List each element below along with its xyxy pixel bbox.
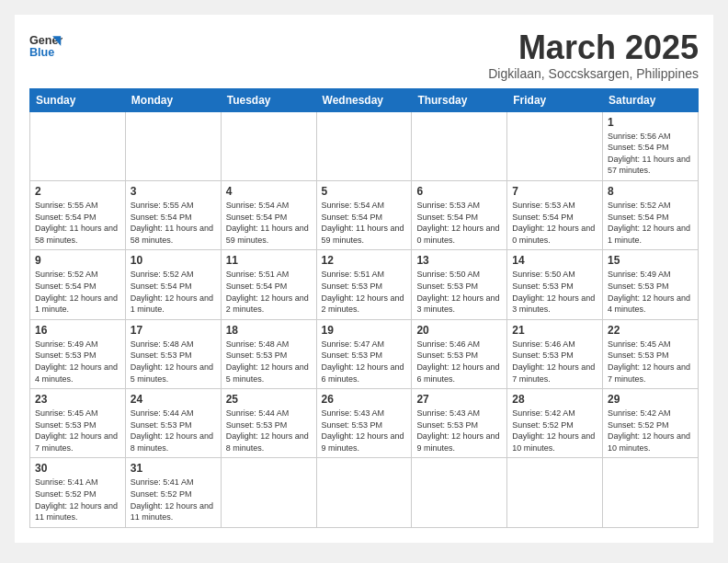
day-info: Sunrise: 5:48 AM Sunset: 5:53 PM Dayligh… xyxy=(226,339,312,385)
calendar-title: March 2025 xyxy=(488,29,699,66)
table-row: 5 Sunrise: 5:54 AM Sunset: 5:54 PM Dayli… xyxy=(316,180,412,249)
table-row xyxy=(221,458,316,527)
page: General Blue March 2025 Digkilaan, Soccs… xyxy=(15,15,713,543)
page-header: General Blue March 2025 Digkilaan, Soccs… xyxy=(29,29,699,81)
svg-text:Blue: Blue xyxy=(29,46,54,59)
table-row: 2 Sunrise: 5:55 AM Sunset: 5:54 PM Dayli… xyxy=(30,180,126,249)
day-info: Sunrise: 5:54 AM Sunset: 5:54 PM Dayligh… xyxy=(322,200,407,246)
day-info: Sunrise: 5:51 AM Sunset: 5:53 PM Dayligh… xyxy=(322,269,407,315)
day-number: 12 xyxy=(322,254,407,267)
day-number: 11 xyxy=(226,254,312,267)
day-number: 22 xyxy=(608,324,693,337)
day-info: Sunrise: 5:45 AM Sunset: 5:53 PM Dayligh… xyxy=(35,408,120,454)
day-info: Sunrise: 5:54 AM Sunset: 5:54 PM Dayligh… xyxy=(226,200,312,246)
day-info: Sunrise: 5:43 AM Sunset: 5:53 PM Dayligh… xyxy=(322,408,407,454)
day-info: Sunrise: 5:49 AM Sunset: 5:53 PM Dayligh… xyxy=(608,269,693,315)
table-row: 24 Sunrise: 5:44 AM Sunset: 5:53 PM Dayl… xyxy=(125,389,221,458)
day-info: Sunrise: 5:41 AM Sunset: 5:52 PM Dayligh… xyxy=(35,477,120,523)
day-number: 1 xyxy=(608,116,693,129)
table-row: 15 Sunrise: 5:49 AM Sunset: 5:53 PM Dayl… xyxy=(603,250,699,319)
header-sunday: Sunday xyxy=(30,88,126,111)
day-number: 17 xyxy=(131,324,216,337)
day-number: 27 xyxy=(416,393,502,406)
day-number: 21 xyxy=(512,324,597,337)
day-number: 20 xyxy=(416,324,502,337)
day-info: Sunrise: 5:44 AM Sunset: 5:53 PM Dayligh… xyxy=(131,408,216,454)
day-info: Sunrise: 5:55 AM Sunset: 5:54 PM Dayligh… xyxy=(131,200,216,246)
day-number: 5 xyxy=(322,185,407,198)
table-row xyxy=(507,111,603,180)
day-info: Sunrise: 5:51 AM Sunset: 5:54 PM Dayligh… xyxy=(226,269,312,315)
day-number: 4 xyxy=(226,185,312,198)
table-row: 13 Sunrise: 5:50 AM Sunset: 5:53 PM Dayl… xyxy=(412,250,507,319)
day-info: Sunrise: 5:44 AM Sunset: 5:53 PM Dayligh… xyxy=(226,408,312,454)
title-block: March 2025 Digkilaan, Soccsksargen, Phil… xyxy=(488,29,699,81)
table-row: 14 Sunrise: 5:50 AM Sunset: 5:53 PM Dayl… xyxy=(507,250,603,319)
table-row xyxy=(221,111,316,180)
day-info: Sunrise: 5:50 AM Sunset: 5:53 PM Dayligh… xyxy=(512,269,597,315)
calendar-subtitle: Digkilaan, Soccsksargen, Philippines xyxy=(488,66,699,81)
day-info: Sunrise: 5:48 AM Sunset: 5:53 PM Dayligh… xyxy=(131,339,216,385)
table-row: 29 Sunrise: 5:42 AM Sunset: 5:52 PM Dayl… xyxy=(603,389,699,458)
day-number: 25 xyxy=(226,393,312,406)
table-row: 30 Sunrise: 5:41 AM Sunset: 5:52 PM Dayl… xyxy=(30,458,126,527)
day-number: 7 xyxy=(512,185,597,198)
table-row: 20 Sunrise: 5:46 AM Sunset: 5:53 PM Dayl… xyxy=(412,319,507,388)
day-info: Sunrise: 5:47 AM Sunset: 5:53 PM Dayligh… xyxy=(322,339,407,385)
table-row: 11 Sunrise: 5:51 AM Sunset: 5:54 PM Dayl… xyxy=(221,250,316,319)
day-info: Sunrise: 5:43 AM Sunset: 5:53 PM Dayligh… xyxy=(416,408,502,454)
day-number: 18 xyxy=(226,324,312,337)
day-number: 14 xyxy=(512,254,597,267)
day-number: 9 xyxy=(35,254,120,267)
day-number: 31 xyxy=(131,462,216,475)
day-number: 3 xyxy=(131,185,216,198)
day-number: 16 xyxy=(35,324,120,337)
table-row: 31 Sunrise: 5:41 AM Sunset: 5:52 PM Dayl… xyxy=(125,458,221,527)
header-friday: Friday xyxy=(507,88,603,111)
table-row xyxy=(412,458,507,527)
day-info: Sunrise: 5:52 AM Sunset: 5:54 PM Dayligh… xyxy=(35,269,120,315)
table-row: 21 Sunrise: 5:46 AM Sunset: 5:53 PM Dayl… xyxy=(507,319,603,388)
table-row: 17 Sunrise: 5:48 AM Sunset: 5:53 PM Dayl… xyxy=(125,319,221,388)
day-info: Sunrise: 5:53 AM Sunset: 5:54 PM Dayligh… xyxy=(512,200,597,246)
day-number: 8 xyxy=(608,185,693,198)
table-row: 26 Sunrise: 5:43 AM Sunset: 5:53 PM Dayl… xyxy=(316,389,412,458)
day-info: Sunrise: 5:55 AM Sunset: 5:54 PM Dayligh… xyxy=(35,200,120,246)
day-number: 28 xyxy=(512,393,597,406)
logo-icon: General Blue xyxy=(29,29,63,63)
table-row: 25 Sunrise: 5:44 AM Sunset: 5:53 PM Dayl… xyxy=(221,389,316,458)
table-row: 3 Sunrise: 5:55 AM Sunset: 5:54 PM Dayli… xyxy=(125,180,221,249)
header-monday: Monday xyxy=(125,88,221,111)
header-saturday: Saturday xyxy=(603,88,699,111)
day-info: Sunrise: 5:42 AM Sunset: 5:52 PM Dayligh… xyxy=(608,408,693,454)
day-info: Sunrise: 5:45 AM Sunset: 5:53 PM Dayligh… xyxy=(608,339,693,385)
table-row: 7 Sunrise: 5:53 AM Sunset: 5:54 PM Dayli… xyxy=(507,180,603,249)
day-number: 10 xyxy=(131,254,216,267)
table-row: 27 Sunrise: 5:43 AM Sunset: 5:53 PM Dayl… xyxy=(412,389,507,458)
day-info: Sunrise: 5:42 AM Sunset: 5:52 PM Dayligh… xyxy=(512,408,597,454)
day-number: 30 xyxy=(35,462,120,475)
table-row xyxy=(316,111,412,180)
table-row: 18 Sunrise: 5:48 AM Sunset: 5:53 PM Dayl… xyxy=(221,319,316,388)
weekday-header-row: Sunday Monday Tuesday Wednesday Thursday… xyxy=(30,88,699,111)
day-number: 2 xyxy=(35,185,120,198)
calendar-table: Sunday Monday Tuesday Wednesday Thursday… xyxy=(29,88,699,528)
table-row xyxy=(125,111,221,180)
table-row: 10 Sunrise: 5:52 AM Sunset: 5:54 PM Dayl… xyxy=(125,250,221,319)
day-number: 15 xyxy=(608,254,693,267)
day-info: Sunrise: 5:41 AM Sunset: 5:52 PM Dayligh… xyxy=(131,477,216,523)
table-row: 6 Sunrise: 5:53 AM Sunset: 5:54 PM Dayli… xyxy=(412,180,507,249)
header-thursday: Thursday xyxy=(412,88,507,111)
day-info: Sunrise: 5:53 AM Sunset: 5:54 PM Dayligh… xyxy=(416,200,502,246)
table-row: 28 Sunrise: 5:42 AM Sunset: 5:52 PM Dayl… xyxy=(507,389,603,458)
day-number: 26 xyxy=(322,393,407,406)
table-row: 19 Sunrise: 5:47 AM Sunset: 5:53 PM Dayl… xyxy=(316,319,412,388)
logo: General Blue xyxy=(29,29,63,63)
table-row: 23 Sunrise: 5:45 AM Sunset: 5:53 PM Dayl… xyxy=(30,389,126,458)
table-row xyxy=(507,458,603,527)
day-number: 29 xyxy=(608,393,693,406)
day-info: Sunrise: 5:46 AM Sunset: 5:53 PM Dayligh… xyxy=(416,339,502,385)
table-row xyxy=(316,458,412,527)
day-number: 23 xyxy=(35,393,120,406)
day-number: 24 xyxy=(131,393,216,406)
